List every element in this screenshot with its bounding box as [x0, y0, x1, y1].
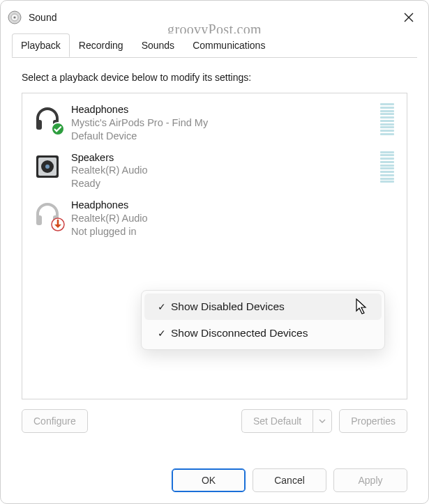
window-title: Sound — [29, 12, 57, 23]
context-menu-item[interactable]: ✓ Show Disconnected Devices — [144, 320, 382, 346]
cancel-button[interactable]: Cancel — [253, 468, 326, 492]
svg-rect-12 — [36, 215, 42, 225]
device-text: Headphones Realtek(R) Audio Not plugged … — [71, 199, 397, 238]
level-meter — [380, 103, 394, 135]
device-text: Headphones Mystic's AirPods Pro - Find M… — [71, 103, 376, 143]
close-button[interactable] — [396, 5, 421, 30]
device-name: Speakers — [71, 151, 376, 165]
tab-communications[interactable]: Communications — [183, 33, 274, 57]
ok-button[interactable]: OK — [172, 468, 246, 492]
device-status: Default Device — [71, 130, 376, 143]
titlebar: Sound — [1, 1, 428, 33]
context-menu-label: Show Disconnected Devices — [171, 327, 308, 339]
svg-point-2 — [13, 16, 15, 18]
context-menu-label: Show Disabled Devices — [171, 300, 285, 313]
device-subtitle: Realtek(R) Audio — [71, 164, 376, 177]
unplugged-badge — [51, 217, 65, 231]
set-default-button[interactable]: Set Default — [241, 409, 313, 433]
context-menu-item[interactable]: ✓ Show Disabled Devices — [144, 293, 382, 320]
tab-playback[interactable]: Playback — [12, 33, 70, 57]
device-name: Headphones — [71, 199, 397, 212]
speaker-icon — [32, 151, 63, 182]
sound-dialog: Sound groovyPost.com PlaybackRecordingSo… — [0, 0, 429, 504]
panel-button-row: Configure Set Default Properties — [22, 409, 407, 433]
level-meter — [380, 151, 394, 183]
set-default-split-button[interactable]: Set Default — [241, 409, 332, 433]
tab-sounds[interactable]: Sounds — [133, 33, 183, 57]
svg-point-11 — [45, 165, 50, 169]
check-badge — [51, 122, 65, 136]
device-text: Speakers Realtek(R) Audio Ready — [71, 151, 376, 191]
check-icon: ✓ — [153, 328, 171, 339]
tab-bar: PlaybackRecordingSoundsCommunications — [1, 33, 428, 57]
dialog-button-row: OK Cancel Apply — [1, 461, 428, 503]
tab-panel-playback: Select a playback device below to modify… — [1, 58, 428, 461]
configure-button[interactable]: Configure — [22, 409, 88, 433]
device-row[interactable]: Speakers Realtek(R) Audio Ready — [29, 147, 400, 195]
tab-recording[interactable]: Recording — [70, 33, 133, 57]
properties-button[interactable]: Properties — [339, 409, 407, 433]
context-menu: ✓ Show Disabled Devices✓ Show Disconnect… — [141, 290, 385, 350]
device-name: Headphones — [71, 103, 376, 116]
device-row[interactable]: Headphones Mystic's AirPods Pro - Find M… — [29, 99, 400, 147]
close-icon — [404, 13, 414, 22]
device-status: Ready — [71, 177, 376, 190]
instruction-text: Select a playback device below to modify… — [22, 72, 407, 83]
sound-app-icon — [8, 10, 22, 24]
device-subtitle: Mystic's AirPods Pro - Find My — [71, 116, 376, 130]
device-row[interactable]: Headphones Realtek(R) Audio Not plugged … — [29, 194, 400, 243]
set-default-dropdown[interactable] — [313, 409, 332, 433]
svg-rect-5 — [36, 120, 42, 130]
device-subtitle: Realtek(R) Audio — [71, 212, 397, 225]
device-status: Not plugged in — [71, 225, 397, 238]
headphones-icon — [32, 103, 63, 134]
device-list[interactable]: Headphones Mystic's AirPods Pro - Find M… — [22, 93, 407, 399]
check-icon: ✓ — [153, 301, 171, 312]
headphones-icon — [32, 199, 63, 229]
chevron-down-icon — [319, 419, 326, 423]
apply-button[interactable]: Apply — [333, 468, 407, 492]
